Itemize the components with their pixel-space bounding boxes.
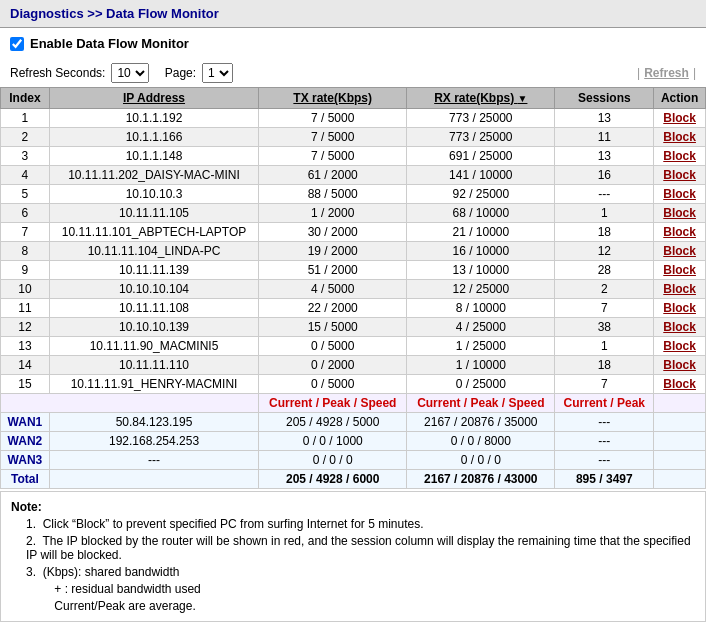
- wan-sessions: ---: [555, 451, 654, 470]
- cell-sessions: 38: [555, 318, 654, 337]
- cell-sessions: 1: [555, 337, 654, 356]
- cell-action: Block: [654, 356, 706, 375]
- table-row: 14 10.11.11.110 0 / 2000 1 / 10000 18 Bl…: [1, 356, 706, 375]
- peak-empty: [1, 394, 259, 413]
- table-row: 1 10.1.1.192 7 / 5000 773 / 25000 13 Blo…: [1, 109, 706, 128]
- cell-action: Block: [654, 242, 706, 261]
- cell-index: 10: [1, 280, 50, 299]
- wan-sessions: ---: [555, 413, 654, 432]
- block-link[interactable]: Block: [663, 320, 696, 334]
- wan-label: WAN3: [1, 451, 50, 470]
- cell-tx: 7 / 5000: [259, 128, 407, 147]
- cell-rx: 16 / 10000: [407, 242, 555, 261]
- cell-ip: 10.10.10.3: [49, 185, 258, 204]
- total-tx: 205 / 4928 / 6000: [259, 470, 407, 489]
- cell-sessions: 13: [555, 147, 654, 166]
- col-ip: IP Address: [49, 88, 258, 109]
- cell-action: Block: [654, 128, 706, 147]
- refresh-link[interactable]: Refresh: [644, 66, 689, 80]
- cell-action: Block: [654, 223, 706, 242]
- block-link[interactable]: Block: [663, 111, 696, 125]
- cell-tx: 7 / 5000: [259, 147, 407, 166]
- table-row: 9 10.11.11.139 51 / 2000 13 / 10000 28 B…: [1, 261, 706, 280]
- cell-sessions: 7: [555, 375, 654, 394]
- table-row: 5 10.10.10.3 88 / 5000 92 / 25000 --- Bl…: [1, 185, 706, 204]
- cell-ip: 10.11.11.108: [49, 299, 258, 318]
- cell-ip: 10.10.10.104: [49, 280, 258, 299]
- col-action: Action: [654, 88, 706, 109]
- block-link[interactable]: Block: [663, 149, 696, 163]
- col-rx: RX rate(Kbps) ▼: [407, 88, 555, 109]
- wan-rx: 2167 / 20876 / 35000: [407, 413, 555, 432]
- wan-ip: ---: [49, 451, 258, 470]
- cell-tx: 1 / 2000: [259, 204, 407, 223]
- cell-tx: 61 / 2000: [259, 166, 407, 185]
- cell-action: Block: [654, 261, 706, 280]
- table-row: 13 10.11.11.90_MACMINI5 0 / 5000 1 / 250…: [1, 337, 706, 356]
- table-row: 8 10.11.11.104_LINDA-PC 19 / 2000 16 / 1…: [1, 242, 706, 261]
- block-link[interactable]: Block: [663, 187, 696, 201]
- cell-tx: 4 / 5000: [259, 280, 407, 299]
- cell-action: Block: [654, 318, 706, 337]
- cell-ip: 10.11.11.90_MACMINI5: [49, 337, 258, 356]
- block-link[interactable]: Block: [663, 168, 696, 182]
- block-link[interactable]: Block: [663, 130, 696, 144]
- cell-index: 15: [1, 375, 50, 394]
- cell-action: Block: [654, 109, 706, 128]
- cell-tx: 88 / 5000: [259, 185, 407, 204]
- wan-label: WAN2: [1, 432, 50, 451]
- cell-rx: 4 / 25000: [407, 318, 555, 337]
- cell-rx: 773 / 25000: [407, 109, 555, 128]
- wan-ip: 192.168.254.253: [49, 432, 258, 451]
- cell-rx: 1 / 10000: [407, 356, 555, 375]
- wan-tx: 205 / 4928 / 5000: [259, 413, 407, 432]
- cell-index: 9: [1, 261, 50, 280]
- block-link[interactable]: Block: [663, 301, 696, 315]
- wan-sessions: ---: [555, 432, 654, 451]
- cell-sessions: 28: [555, 261, 654, 280]
- col-index: Index: [1, 88, 50, 109]
- block-link[interactable]: Block: [663, 377, 696, 391]
- cell-action: Block: [654, 337, 706, 356]
- cell-ip: 10.11.11.110: [49, 356, 258, 375]
- cell-rx: 92 / 25000: [407, 185, 555, 204]
- cell-index: 13: [1, 337, 50, 356]
- block-link[interactable]: Block: [663, 358, 696, 372]
- cell-action: Block: [654, 166, 706, 185]
- cell-ip: 10.11.11.104_LINDA-PC: [49, 242, 258, 261]
- cell-index: 3: [1, 147, 50, 166]
- table-row: 15 10.11.11.91_HENRY-MACMINI 0 / 5000 0 …: [1, 375, 706, 394]
- cell-sessions: 7: [555, 299, 654, 318]
- block-link[interactable]: Block: [663, 225, 696, 239]
- breadcrumb: Diagnostics >> Data Flow Monitor: [10, 6, 219, 21]
- table-row: 6 10.11.11.105 1 / 2000 68 / 10000 1 Blo…: [1, 204, 706, 223]
- cell-index: 6: [1, 204, 50, 223]
- refresh-seconds-select[interactable]: 10 30 60: [111, 63, 149, 83]
- cell-rx: 12 / 25000: [407, 280, 555, 299]
- page-label: Page:: [165, 66, 196, 80]
- wan-action-empty: [654, 451, 706, 470]
- block-link[interactable]: Block: [663, 206, 696, 220]
- cell-sessions: ---: [555, 185, 654, 204]
- enable-section: Enable Data Flow Monitor: [0, 28, 706, 59]
- cell-ip: 10.11.11.105: [49, 204, 258, 223]
- table-row: 10 10.10.10.104 4 / 5000 12 / 25000 2 Bl…: [1, 280, 706, 299]
- note-5: Current/Peak are average.: [11, 599, 695, 613]
- data-flow-table: Index IP Address TX rate(Kbps) RX rate(K…: [0, 87, 706, 489]
- block-link[interactable]: Block: [663, 263, 696, 277]
- page-select[interactable]: 1 2: [202, 63, 233, 83]
- cell-action: Block: [654, 204, 706, 223]
- cell-sessions: 18: [555, 223, 654, 242]
- notes-title: Note:: [11, 500, 42, 514]
- enable-checkbox[interactable]: [10, 37, 24, 51]
- cell-rx: 68 / 10000: [407, 204, 555, 223]
- block-link[interactable]: Block: [663, 244, 696, 258]
- block-link[interactable]: Block: [663, 282, 696, 296]
- wan-ip: 50.84.123.195: [49, 413, 258, 432]
- cell-sessions: 11: [555, 128, 654, 147]
- peak-action-empty: [654, 394, 706, 413]
- cell-tx: 22 / 2000: [259, 299, 407, 318]
- total-sessions: 895 / 3497: [555, 470, 654, 489]
- cell-rx: 21 / 10000: [407, 223, 555, 242]
- block-link[interactable]: Block: [663, 339, 696, 353]
